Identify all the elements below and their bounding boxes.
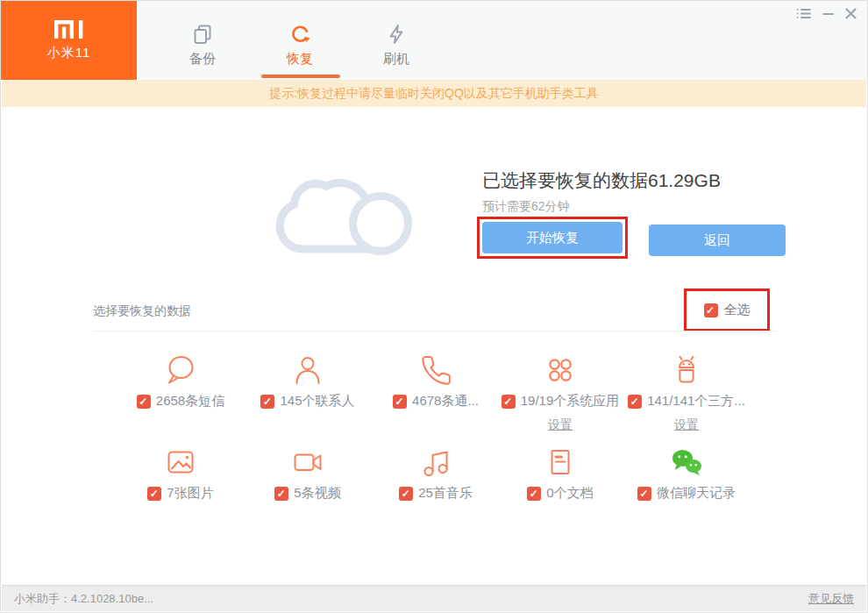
system-apps-label: 19/19个系统应用 [521,393,620,410]
summary-title: 已选择要恢复的数据61.29GB [482,168,721,193]
summary-subtitle: 预计需要62分钟 [482,199,570,215]
data-item-videos[interactable]: 5条视频 [242,444,374,502]
sms-label: 2658条短信 [156,393,224,410]
wechat-checkbox[interactable] [637,487,651,501]
tab-restore[interactable]: 恢复 [260,22,339,68]
music-checkbox[interactable] [399,487,413,501]
data-item-third-party-apps[interactable]: 141/141个三方... 设置 [621,352,752,433]
start-restore-button[interactable]: 开始恢复 [482,222,623,253]
highlight-box-start: 开始恢复 [477,217,628,259]
divider [93,331,777,331]
third-party-apps-label: 141/141个三方... [647,393,745,410]
video-icon [291,445,324,479]
image-icon [164,445,197,479]
device-name: 小米11 [47,45,91,61]
music-icon [419,445,452,479]
feedback-link[interactable]: 意见反馈 [808,591,854,607]
header: 小米11 备份 恢复 [1,1,867,80]
videos-checkbox[interactable] [274,487,288,501]
active-tab-underline [261,75,340,78]
sms-checkbox[interactable] [137,395,151,409]
data-item-wechat[interactable]: 微信聊天记录 [621,444,752,502]
app-window: 小米11 备份 恢复 [0,0,868,613]
third-party-apps-checkbox[interactable] [628,395,642,409]
pictures-checkbox[interactable] [147,487,161,501]
android-icon [670,353,703,387]
music-label: 25首音乐 [418,485,473,502]
flash-icon [385,23,408,46]
back-button[interactable]: 返回 [649,225,786,256]
selection-label: 选择要恢复的数据 [93,303,191,319]
system-apps-icon [544,353,577,387]
data-item-sms[interactable]: 2658条短信 [115,352,246,410]
calls-checkbox[interactable] [393,395,407,409]
calls-label: 4678条通... [412,393,479,410]
notice-bar: 提示:恢复过程中请尽量临时关闭QQ以及其它手机助手类工具 [2,80,866,107]
copy-icon [191,23,214,46]
data-item-calls[interactable]: 4678条通... [370,352,502,410]
highlight-box-select-all: 全选 [684,289,770,331]
data-item-music[interactable]: 25首音乐 [370,444,502,502]
data-item-system-apps[interactable]: 19/19个系统应用 设置 [494,352,626,433]
device-panel: 小米11 [1,1,137,80]
sms-icon [164,353,197,387]
documents-label: 0个文档 [546,485,593,502]
pictures-label: 7张图片 [167,485,213,502]
contacts-label: 145个联系人 [280,393,354,410]
tab-restore-label: 恢复 [260,51,339,68]
call-icon [420,354,452,387]
data-item-documents[interactable]: 0个文档 [494,444,626,502]
data-item-contacts[interactable]: 145个联系人 [242,352,374,410]
select-all-checkbox[interactable] [704,303,718,317]
tab-flash-label: 刷机 [357,51,436,68]
window-controls [796,8,857,19]
wechat-icon [669,445,704,479]
system-apps-checkbox[interactable] [502,395,516,409]
cloud-icon [267,164,420,265]
wechat-label: 微信聊天记录 [657,485,736,502]
mi-logo-icon [54,20,83,39]
close-icon[interactable] [845,8,857,19]
tab-flash[interactable]: 刷机 [357,22,436,68]
restore-icon [288,23,311,46]
tab-backup-label: 备份 [163,51,242,68]
data-item-pictures[interactable]: 7张图片 [115,444,246,502]
status-bar: 小米助手：4.2.1028.10be... 意见反馈 [2,585,866,611]
third-party-apps-settings-link[interactable]: 设置 [674,417,699,433]
notice-text: 提示:恢复过程中请尽量临时关闭QQ以及其它手机助手类工具 [269,86,599,102]
document-icon [544,445,577,479]
documents-checkbox[interactable] [527,487,541,501]
tab-backup[interactable]: 备份 [163,22,242,68]
menu-icon[interactable] [796,8,811,19]
contact-icon [291,353,324,387]
contacts-checkbox[interactable] [260,395,274,409]
minimize-icon[interactable] [822,8,834,19]
select-all-label: 全选 [724,302,751,318]
videos-label: 5条视频 [294,485,340,502]
system-apps-settings-link[interactable]: 设置 [548,417,573,433]
version-text: 小米助手：4.2.1028.10be... [14,591,153,607]
